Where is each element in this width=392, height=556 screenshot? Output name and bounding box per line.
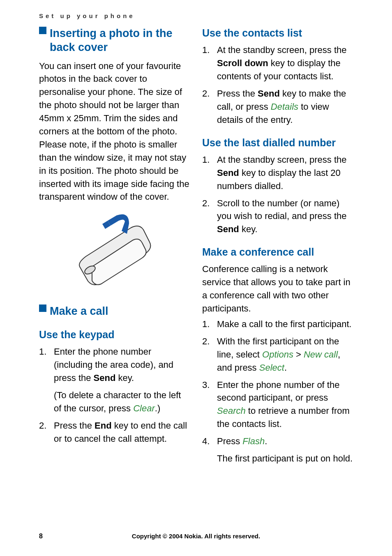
step-number: 3. [202, 378, 210, 392]
step-number: 1. [202, 44, 210, 57]
heading-text: Inserting a photo in the back cover [50, 27, 190, 55]
list-item: 2. Press the Send key to make the call, … [202, 87, 353, 127]
list-item: 1. Make a call to the first participant. [202, 318, 353, 331]
square-bullet-icon [39, 27, 46, 34]
contacts-steps: 1. At the standby screen, press the Scro… [202, 44, 353, 126]
step-number: 2. [39, 419, 46, 432]
subheading-use-keypad: Use the keypad [39, 328, 190, 341]
subheading-contacts-list: Use the contacts list [202, 27, 353, 39]
list-item: 1. Enter the phone number (including the… [39, 345, 190, 415]
paragraph-inserting-photo: You can insert one of your favourite pho… [39, 60, 190, 204]
right-column: Use the contacts list 1. At the standby … [202, 27, 353, 469]
list-item: 2. Scroll to the number (or name) you wi… [202, 197, 353, 236]
page-number: 8 [39, 533, 43, 540]
step-text: Enter the phone number (including the ar… [54, 346, 173, 383]
subheading-last-dialled: Use the last dialled number [202, 136, 353, 149]
step-text: Scroll to the number (or name) you wish … [217, 198, 347, 235]
content-columns: Inserting a photo in the back cover You … [39, 27, 353, 469]
step-number: 1. [202, 318, 210, 331]
step-number: 2. [202, 335, 210, 348]
copyright-text: Copyright © 2004 Nokia. All rights reser… [39, 533, 353, 540]
step-text: Press the Send key to make the call, or … [217, 88, 346, 125]
step-text: Make a call to the first participant. [217, 319, 352, 329]
step-number: 2. [202, 87, 210, 100]
left-column: Inserting a photo in the back cover You … [39, 27, 190, 469]
section-heading-make-call: Make a call [39, 305, 190, 318]
step-note: (To delete a character to the left of th… [54, 389, 190, 415]
page-footer: 8 Copyright © 2004 Nokia. All rights res… [39, 533, 353, 540]
step-text: Enter the phone number of the second par… [217, 380, 350, 429]
list-item: 1. At the standby screen, press the Send… [202, 153, 353, 193]
step-number: 4. [202, 435, 210, 448]
paragraph-conference: Conference calling is a network service … [202, 263, 353, 315]
cover-svg [67, 209, 162, 295]
last-dialled-steps: 1. At the standby screen, press the Send… [202, 153, 353, 236]
list-item: 1. At the standby screen, press the Scro… [202, 44, 353, 83]
running-header: Set up your phone [39, 12, 353, 19]
conference-steps: 1. Make a call to the first participant.… [202, 318, 353, 465]
step-text: With the first participant on the line, … [217, 336, 340, 373]
square-bullet-icon [39, 305, 46, 312]
step-text: At the standby screen, press the Scroll … [217, 45, 347, 81]
step-text: Press the End key to end the call or to … [54, 420, 187, 444]
step-text: At the standby screen, press the Send ke… [217, 155, 347, 191]
step-note: The first participant is put on hold. [217, 452, 353, 465]
keypad-steps: 1. Enter the phone number (including the… [39, 345, 190, 445]
list-item: 3. Enter the phone number of the second … [202, 378, 353, 431]
step-number: 1. [202, 153, 210, 166]
subheading-conference-call: Make a conference call [202, 246, 353, 258]
step-number: 1. [39, 345, 46, 358]
list-item: 2. Press the End key to end the call or … [39, 419, 190, 445]
list-item: 4. Press Flash. The first participant is… [202, 435, 353, 465]
section-heading-inserting-photo: Inserting a photo in the back cover [39, 27, 190, 55]
step-text: Press Flash. [217, 436, 267, 446]
list-item: 2. With the first participant on the lin… [202, 335, 353, 374]
heading-text: Make a call [50, 305, 190, 318]
phone-cover-illustration [39, 209, 190, 297]
step-number: 2. [202, 197, 210, 210]
